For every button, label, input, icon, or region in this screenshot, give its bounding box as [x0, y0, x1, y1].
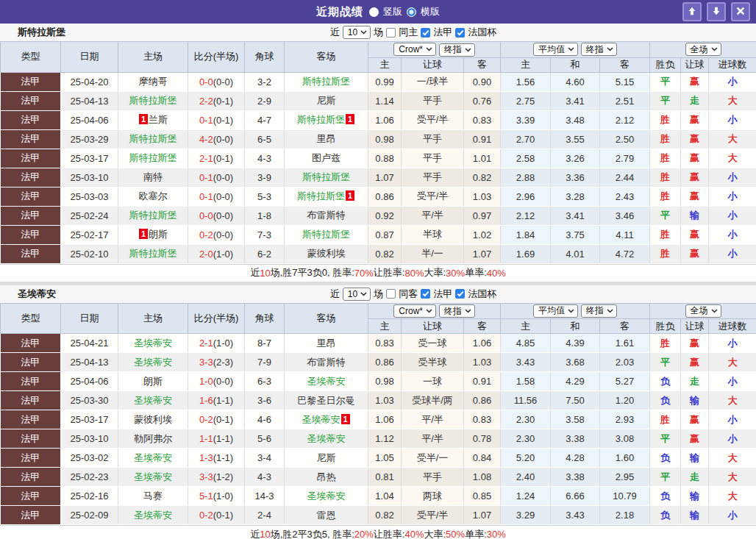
avg-stage-select[interactable]: 终指 — [581, 43, 617, 56]
home-team-name: 欧塞尔 — [139, 190, 168, 201]
avg-draw-cell: 3.26 — [551, 149, 600, 168]
score-cell: 0-1(0-0) — [188, 187, 245, 206]
column-header-3: 比分(半场) — [188, 303, 245, 334]
league-cell: 法甲 — [1, 91, 61, 110]
odds-away-cell: 1.03 — [464, 353, 501, 372]
avg-draw-cell: 3.75 — [551, 225, 600, 244]
corners-cell: 7-9 — [245, 353, 285, 372]
avg-away-cell: 2.79 — [600, 149, 650, 168]
odds-home-cell: 1.06 — [368, 410, 402, 429]
move-up-button[interactable] — [682, 2, 702, 21]
column-header-2: 主场 — [118, 303, 188, 334]
goals-result-cell: 小 — [709, 334, 756, 353]
check-icon — [457, 27, 464, 38]
goals-result-cell: 小 — [709, 372, 756, 391]
filter-checkbox-0[interactable] — [386, 289, 396, 299]
average-odds-group: 平均值 终指 — [501, 42, 650, 58]
home-team-cell: 勒阿弗尔 — [118, 429, 188, 449]
goals-result-cell: 大 — [709, 129, 756, 149]
odds-stage-select-chevron-down-icon — [465, 48, 471, 52]
home-team-name: 蒙彼利埃 — [134, 414, 172, 425]
scope-select-chevron-down-icon — [711, 309, 718, 313]
score-cell: 2-1(1-0) — [188, 334, 245, 353]
halftime-score: (1-0) — [213, 338, 233, 349]
avg-source-select[interactable]: 平均值 — [533, 43, 578, 56]
score-cell: 3-3(1-2) — [188, 468, 245, 487]
odds-stage-select[interactable]: 终指 — [439, 304, 475, 318]
landscape-radio[interactable] — [407, 7, 416, 17]
date-cell: 25-03-10 — [61, 429, 118, 449]
odds-home-cell: 0.86 — [368, 353, 402, 372]
handicap-result-cell: 赢 — [681, 72, 709, 91]
match-count-select[interactable]: 10 — [343, 26, 371, 39]
arrow-down-icon — [711, 6, 721, 18]
avg-home-cell: 1.69 — [501, 244, 551, 263]
summary-segment: 40% — [404, 529, 424, 539]
avg-stage-select-value: 终指 — [586, 304, 604, 317]
date-cell: 25-04-21 — [61, 334, 118, 353]
avg-stage-select[interactable]: 终指 — [581, 304, 617, 318]
goals-result-cell: 小 — [709, 187, 756, 206]
date-cell: 25-02-17 — [61, 225, 118, 244]
filter-checkbox-2[interactable] — [455, 289, 465, 299]
match-count-select[interactable]: 10 — [343, 288, 371, 301]
date-cell: 25-04-06 — [61, 372, 118, 391]
scope-select[interactable]: 全场 — [685, 43, 721, 56]
odds-away-cell: 0.78 — [464, 429, 501, 449]
odds-away-cell: 0.90 — [464, 72, 501, 91]
summary-segment: 近 — [250, 528, 260, 539]
avg-home-cell: 1.58 — [501, 372, 551, 391]
away-team-name: 雷恩 — [317, 510, 336, 521]
handicap-cell: 平手 — [402, 168, 464, 187]
halftime-score: (0-0) — [213, 191, 233, 202]
handicap-result-cell: 走 — [681, 91, 709, 110]
close-button[interactable] — [731, 2, 750, 21]
handicap-result-cell: 输 — [681, 506, 709, 525]
summary-segment: 70% — [354, 268, 374, 279]
summary-segment: 让胜率: — [374, 528, 405, 539]
goals-result-cell: 小 — [709, 168, 756, 187]
filter-checkbox-2[interactable] — [455, 28, 465, 38]
date-cell: 25-04-06 — [61, 110, 118, 129]
date-cell: 25-02-24 — [61, 206, 118, 225]
sub-column-header-6: 胜负 — [650, 57, 681, 72]
move-down-button[interactable] — [707, 2, 726, 21]
avg-home-cell: 4.85 — [501, 334, 551, 353]
portrait-radio[interactable] — [369, 7, 379, 17]
odds-home-cell: 1.07 — [368, 168, 402, 187]
halftime-score: (0-1) — [213, 414, 233, 425]
table-row: 法甲25-04-061兰斯0-1(0-1)4-7斯特拉斯堡11.06受平/半0.… — [1, 110, 756, 129]
odds-source-select[interactable]: Crow* — [393, 304, 436, 318]
halftime-score: (0-1) — [213, 510, 233, 521]
home-team-name: 斯特拉斯堡 — [129, 95, 177, 106]
team-section-2: 圣埃蒂安近10场同客法甲法国杯类型日期主场比分(半场)角球客场Crow* 终指平… — [0, 285, 756, 539]
home-team-cell: 蒙彼利埃 — [118, 410, 188, 429]
handicap-cell: 平手 — [402, 149, 464, 168]
odds-source-select[interactable]: Crow* — [393, 43, 436, 56]
table-row: 法甲25-04-21圣埃蒂安2-1(1-0)8-7里昂0.83受一球1.064.… — [1, 334, 756, 353]
handicap-result-cell: 赢 — [681, 334, 709, 353]
landscape-radio-label[interactable]: 横版 — [421, 5, 440, 18]
column-header-4: 角球 — [245, 42, 285, 73]
avg-source-select-chevron-down-icon — [568, 309, 574, 313]
fulltime-score: 4-2 — [199, 134, 213, 145]
avg-stage-select-chevron-down-icon — [607, 47, 613, 51]
filter-checkbox-1[interactable] — [421, 289, 430, 299]
scope-select[interactable]: 全场 — [685, 304, 721, 318]
avg-source-select[interactable]: 平均值 — [533, 304, 578, 318]
away-team-cell: 圣埃蒂安1 — [285, 410, 368, 429]
avg-draw-cell: 4.01 — [551, 244, 600, 263]
portrait-radio-label[interactable]: 竖版 — [383, 5, 402, 18]
home-team-name: 斯特拉斯堡 — [129, 210, 177, 221]
odds-stage-select[interactable]: 终指 — [439, 43, 475, 57]
goals-result-cell: 小 — [709, 225, 756, 244]
home-team-name: 兰斯 — [149, 114, 168, 125]
match-result-cell: 负 — [650, 372, 681, 391]
filter-checkbox-0[interactable] — [386, 28, 396, 38]
odds-away-cell: 0.91 — [464, 129, 501, 149]
date-cell: 25-02-16 — [61, 487, 118, 506]
date-cell: 25-04-13 — [61, 91, 118, 110]
filter-checkbox-1[interactable] — [421, 28, 430, 38]
home-team-cell: 斯特拉斯堡 — [118, 149, 188, 168]
home-team-cell: 圣埃蒂安 — [118, 506, 188, 525]
